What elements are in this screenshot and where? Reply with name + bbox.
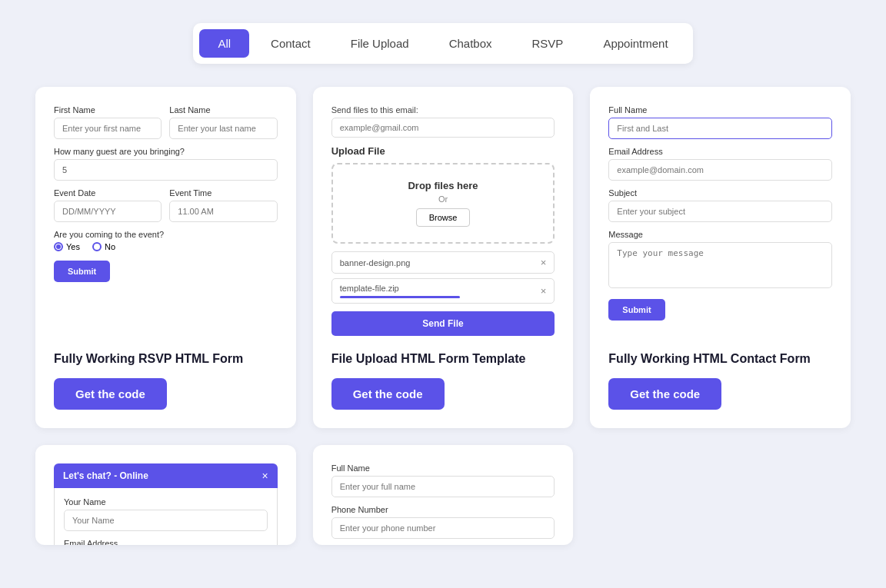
contact-email-label: Email Address	[608, 147, 832, 156]
browse-button[interactable]: Browse	[416, 208, 471, 227]
appt-phone-label: Phone Number	[331, 505, 555, 514]
rsvp-time-input[interactable]	[169, 201, 277, 222]
contact-message-label: Message	[608, 230, 832, 239]
chat-header-text: Let's chat? - Online	[63, 470, 148, 481]
rsvp-first-name-label: First Name	[54, 105, 162, 115]
rsvp-first-name-input[interactable]	[54, 118, 162, 139]
dropzone-or: Or	[348, 194, 538, 204]
rsvp-card-title: Fully Working RSVP HTML Form	[54, 351, 278, 367]
tab-rsvp[interactable]: RSVP	[514, 29, 582, 58]
rsvp-guests-input[interactable]	[54, 159, 278, 181]
radio-dot-yes	[54, 242, 63, 251]
send-file-button[interactable]: Send File	[331, 311, 555, 336]
rsvp-radio-yes[interactable]: Yes	[54, 242, 80, 251]
filter-bar: All Contact File Upload Chatbox RSVP App…	[15, 23, 871, 64]
tab-contact[interactable]: Contact	[252, 29, 329, 58]
rsvp-date-label: Event Date	[54, 188, 162, 198]
contact-email-input[interactable]	[608, 159, 832, 181]
file-name-2: template-file.zip	[340, 284, 399, 293]
contact-subject-label: Subject	[608, 188, 832, 198]
contact-full-name-input[interactable]	[608, 118, 832, 139]
rsvp-date-input[interactable]	[54, 201, 162, 222]
rsvp-radio-group: Yes No	[54, 242, 278, 251]
file-name-1: banner-design.png	[340, 258, 411, 267]
file-upload-form-preview: Send files to this email: Upload File Dr…	[331, 105, 555, 336]
card-chatbox: Let's chat? - Online × Your Name Email A…	[35, 445, 296, 545]
card-appointment: Full Name Phone Number	[313, 445, 574, 545]
chat-close-button[interactable]: ×	[261, 470, 268, 482]
appt-phone-input[interactable]	[331, 517, 555, 539]
chatbox-form-preview: Let's chat? - Online × Your Name Email A…	[54, 463, 278, 545]
file-item-2: template-file.zip ×	[331, 278, 555, 304]
rsvp-form-preview: First Name Last Name How many guest are …	[54, 105, 278, 336]
dropzone[interactable]: Drop files here Or Browse	[331, 163, 555, 244]
contact-get-code-button[interactable]: Get the code	[608, 378, 721, 410]
contact-message-textarea[interactable]	[608, 242, 832, 288]
card-rsvp: First Name Last Name How many guest are …	[35, 87, 296, 428]
tab-file-upload[interactable]: File Upload	[332, 29, 428, 58]
rsvp-radio-no[interactable]: No	[92, 242, 115, 251]
chat-body: Your Name Email Address	[54, 488, 278, 545]
contact-form-preview: Full Name Email Address Subject Message …	[608, 105, 832, 336]
rsvp-yes-label: Yes	[66, 242, 80, 251]
filter-tabs: All Contact File Upload Chatbox RSVP App…	[193, 23, 692, 64]
radio-dot-no	[92, 242, 102, 251]
tab-appointment[interactable]: Appointment	[585, 29, 686, 58]
rsvp-coming-label: Are you coming to the event?	[54, 230, 278, 239]
upload-label: Upload File	[331, 145, 555, 157]
file-close-1[interactable]: ×	[541, 257, 547, 268]
card-contact: Full Name Email Address Subject Message …	[590, 87, 851, 428]
rsvp-last-name-label: Last Name	[169, 105, 277, 115]
dropzone-text: Drop files here	[348, 180, 538, 191]
rsvp-no-label: No	[105, 242, 115, 251]
appointment-form-preview: Full Name Phone Number	[331, 463, 555, 545]
upload-progress-bar	[340, 296, 461, 298]
contact-subject-input[interactable]	[608, 201, 832, 222]
chat-name-input[interactable]	[64, 510, 268, 531]
contact-card-title: Fully Working HTML Contact Form	[608, 351, 832, 367]
file-item-1: banner-design.png ×	[331, 251, 555, 274]
rsvp-submit-button[interactable]: Submit	[54, 261, 110, 282]
tab-all[interactable]: All	[199, 29, 249, 58]
rsvp-last-name-input[interactable]	[169, 118, 277, 139]
file-upload-card-title: File Upload HTML Form Template	[331, 351, 555, 367]
contact-full-name-label: Full Name	[608, 105, 832, 115]
appt-full-name-input[interactable]	[331, 476, 555, 497]
file-upload-get-code-button[interactable]: Get the code	[331, 378, 445, 410]
file-close-2[interactable]: ×	[541, 285, 547, 297]
card-file-upload: Send files to this email: Upload File Dr…	[313, 87, 574, 428]
rsvp-get-code-button[interactable]: Get the code	[54, 378, 167, 410]
contact-submit-button[interactable]: Submit	[608, 299, 664, 321]
file-email-input[interactable]	[331, 118, 555, 138]
chat-name-label: Your Name	[64, 497, 268, 507]
chat-header: Let's chat? - Online ×	[54, 463, 278, 488]
tab-chatbox[interactable]: Chatbox	[431, 29, 511, 58]
chat-email-label: Email Address	[64, 539, 268, 545]
rsvp-guests-label: How many guest are you bringing?	[54, 147, 278, 156]
cards-grid: First Name Last Name How many guest are …	[35, 87, 851, 545]
rsvp-time-label: Event Time	[169, 188, 277, 198]
file-email-label: Send files to this email:	[331, 105, 555, 115]
appt-full-name-label: Full Name	[331, 463, 555, 473]
